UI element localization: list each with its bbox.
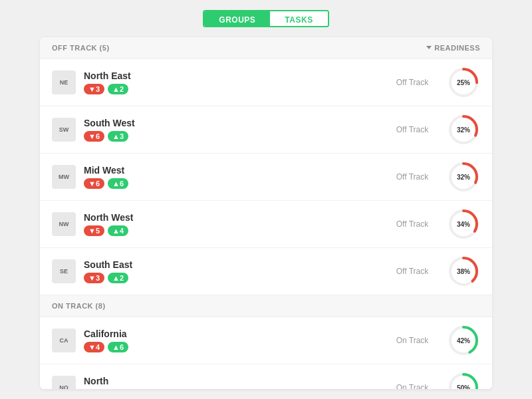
- group-info: California ▼4▲6: [84, 329, 378, 352]
- section-title: ON TRACK (8): [52, 302, 106, 310]
- group-info: North East ▼3▲2: [84, 70, 378, 94]
- badges: ▼3▲2: [84, 273, 378, 283]
- badge-green: ▲3: [108, 131, 128, 142]
- donut-chart: 25%: [447, 66, 480, 99]
- donut-chart: 38%: [447, 255, 480, 288]
- badge-red: ▼5: [84, 225, 104, 236]
- badges: ▼4▲6: [84, 342, 378, 352]
- group-row[interactable]: SE South East ▼3▲2 Off Track 38%: [40, 248, 492, 295]
- group-icon: SW: [52, 118, 76, 142]
- donut-label: 34%: [457, 220, 470, 227]
- donut-chart: 50%: [447, 371, 480, 389]
- group-name: South East: [84, 259, 378, 270]
- group-name: North East: [84, 70, 378, 81]
- section-title: OFF TRACK (5): [52, 44, 110, 52]
- group-name: North West: [84, 212, 378, 223]
- tab-bar: GROUPS TASKS: [203, 10, 329, 27]
- badge-red: ▼3: [84, 84, 104, 94]
- group-icon: SE: [52, 259, 76, 283]
- group-row[interactable]: NE North East ▼3▲2 Off Track 25%: [40, 59, 492, 106]
- badge-green: ▲2: [108, 84, 128, 94]
- track-status: Off Track: [386, 219, 439, 229]
- section-header-on-track: ON TRACK (8): [40, 295, 492, 317]
- tab-tasks[interactable]: TASKS: [270, 11, 327, 26]
- donut-chart: 32%: [447, 113, 480, 146]
- badge-green: ▲4: [108, 225, 128, 236]
- group-icon: NE: [52, 70, 76, 94]
- badge-red: ▼6: [84, 131, 104, 142]
- badge-red: ▼3: [84, 273, 104, 283]
- group-icon: NW: [52, 212, 76, 236]
- group-name: California: [84, 329, 378, 339]
- badges: ▼6▲6: [84, 178, 378, 189]
- donut-label: 32%: [457, 126, 470, 133]
- group-info: Mid West ▼6▲6: [84, 165, 378, 189]
- group-row[interactable]: MW Mid West ▼6▲6 Off Track 32%: [40, 154, 492, 201]
- donut-label: 25%: [457, 78, 470, 86]
- page: GROUPS TASKS OFF TRACK (5) READINESS NE …: [0, 0, 532, 399]
- donut-chart: 32%: [447, 160, 480, 194]
- donut-chart: 34%: [447, 207, 480, 241]
- tab-groups[interactable]: GROUPS: [204, 11, 270, 26]
- group-icon: MW: [52, 165, 76, 189]
- badge-green: ▲6: [108, 342, 128, 352]
- group-row[interactable]: SW South West ▼6▲3 Off Track 32%: [40, 106, 492, 154]
- group-icon: NO: [52, 376, 76, 389]
- badge-red: ▼6: [84, 178, 104, 189]
- group-name: North: [84, 376, 378, 386]
- group-name: Mid West: [84, 165, 378, 176]
- badge-green: ▲2: [108, 273, 128, 283]
- sort-arrow-icon: [426, 46, 432, 49]
- badges: ▼3▲2: [84, 84, 378, 94]
- group-row[interactable]: NO North ▼4▲6 On Track 50%: [40, 364, 492, 389]
- group-info: South East ▼3▲2: [84, 259, 378, 283]
- badge-green: ▲6: [108, 178, 128, 189]
- donut-chart: 42%: [447, 324, 480, 357]
- track-status: On Track: [386, 383, 439, 389]
- group-row[interactable]: NW North West ▼5▲4 Off Track 34%: [40, 201, 492, 248]
- readiness-text: READINESS: [434, 44, 480, 52]
- badges: ▼6▲3: [84, 131, 378, 142]
- group-info: North West ▼5▲4: [84, 212, 378, 236]
- track-status: Off Track: [386, 172, 439, 182]
- donut-label: 32%: [457, 173, 470, 180]
- track-status: Off Track: [386, 267, 439, 276]
- badge-red: ▼4: [84, 342, 104, 352]
- readiness-label: READINESS: [426, 44, 480, 52]
- donut-label: 50%: [457, 384, 470, 389]
- group-icon: CA: [52, 329, 76, 352]
- content-area: OFF TRACK (5) READINESS NE North East ▼3…: [40, 37, 492, 389]
- group-info: South West ▼6▲3: [84, 118, 378, 142]
- donut-label: 42%: [457, 336, 470, 344]
- track-status: Off Track: [386, 125, 439, 134]
- donut-label: 38%: [457, 267, 470, 275]
- group-name: South West: [84, 118, 378, 128]
- track-status: On Track: [386, 336, 439, 345]
- section-header-off-track: OFF TRACK (5) READINESS: [40, 37, 492, 59]
- track-status: Off Track: [386, 78, 439, 87]
- group-info: North ▼4▲6: [84, 376, 378, 389]
- group-row[interactable]: CA California ▼4▲6 On Track 42%: [40, 317, 492, 364]
- badges: ▼5▲4: [84, 225, 378, 236]
